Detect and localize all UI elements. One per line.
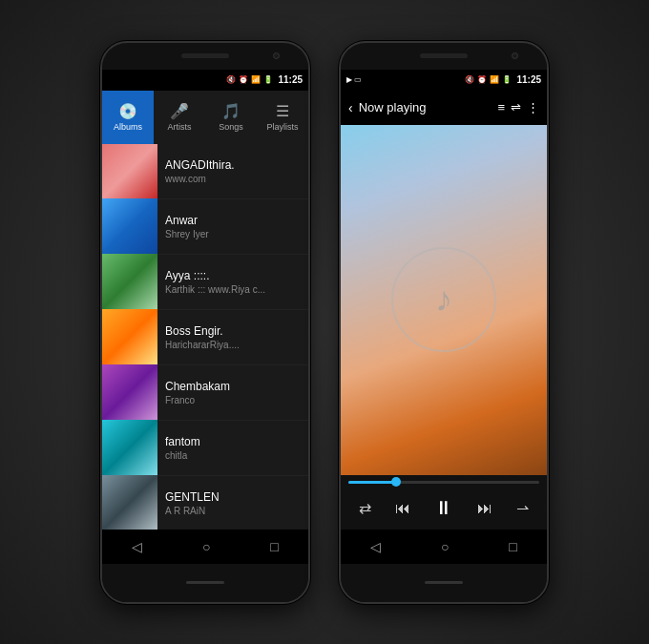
albums-icon: 💿 <box>118 102 137 120</box>
now-playing-title: Now playing <box>359 100 498 114</box>
left-phone: 🔇 ⏰ 📶 🔋 11:25 💿 Albums 🎤 Artists 🎵 Songs… <box>100 41 310 604</box>
speaker-left <box>181 53 229 58</box>
repeat-button[interactable]: ⇄ <box>359 499 371 517</box>
signal-icon: 📶 <box>251 75 261 84</box>
music-note-icon: ♪ <box>435 280 452 320</box>
shuffle-button[interactable]: ⇀ <box>516 499 529 517</box>
battery-icon: 🔋 <box>263 75 273 84</box>
album-title-5: Chembakam <box>165 380 301 393</box>
mute-icon-right: 🔇 <box>465 75 474 84</box>
battery-icon-right: 🔋 <box>502 75 512 84</box>
play-indicator-icon: ▶ ▭ <box>346 75 362 84</box>
album-thumb-7 <box>102 475 157 530</box>
right-phone: ▶ ▭ 🔇 ⏰ 📶 🔋 11:25 ‹ Now playing ≡ ⇌ ⋮ ♪ <box>339 41 549 604</box>
album-title-7: GENTLEN <box>165 490 301 504</box>
play-pause-button[interactable]: ⏸ <box>434 497 453 519</box>
album-info-6: fantom chitla <box>157 435 308 461</box>
album-subtitle-2: Shrey Iyer <box>165 229 301 239</box>
status-time-left: 11:25 <box>278 74 303 85</box>
album-list: ANGADIthira. www.com Anwar Shrey Iyer Ay… <box>102 144 308 530</box>
alarm-icon-right: ⏰ <box>477 75 487 84</box>
player-controls-area: ⇄ ⏮ ⏸ ⏭ ⇀ <box>341 475 547 530</box>
tab-songs[interactable]: 🎵 Songs <box>205 91 257 144</box>
phone-bottom-bar-left <box>102 564 308 602</box>
tab-artists[interactable]: 🎤 Artists <box>154 91 205 144</box>
nav-back-right[interactable]: ◁ <box>370 539 381 554</box>
camera-left <box>273 52 280 59</box>
album-subtitle-5: Franco <box>165 395 301 405</box>
album-subtitle-4: HarichararRiya.... <box>165 340 301 350</box>
album-thumb-4 <box>102 309 157 364</box>
album-subtitle-6: chitla <box>165 450 301 461</box>
album-info-7: GENTLEN A R RAiN <box>157 490 308 516</box>
artists-icon: 🎤 <box>170 102 189 120</box>
queue-icon[interactable]: ≡ <box>497 100 505 114</box>
album-title-4: Boss Engir. <box>165 324 301 338</box>
camera-right <box>512 52 518 59</box>
nav-recents-left[interactable]: □ <box>270 539 278 554</box>
album-title-3: Ayya ::::. <box>165 269 301 282</box>
album-info-2: Anwar Shrey Iyer <box>157 214 308 239</box>
album-item-2[interactable]: Anwar Shrey Iyer <box>102 199 308 255</box>
album-art-area: ♪ <box>341 125 547 475</box>
right-screen: ▶ ▭ 🔇 ⏰ 📶 🔋 11:25 ‹ Now playing ≡ ⇌ ⋮ ♪ <box>341 70 547 564</box>
nav-home-right[interactable]: ○ <box>441 539 449 554</box>
controls-row: ⇄ ⏮ ⏸ ⏭ ⇀ <box>341 488 547 530</box>
album-thumb-3 <box>102 254 157 309</box>
mute-icon: 🔇 <box>226 75 236 84</box>
album-info-3: Ayya ::::. Karthik ::: www.Riya c... <box>157 269 308 295</box>
album-subtitle-1: www.com <box>165 174 301 184</box>
album-item-7[interactable]: GENTLEN A R RAiN <box>102 476 308 530</box>
tab-albums[interactable]: 💿 Albums <box>102 91 154 144</box>
signal-icon-right: 📶 <box>490 75 499 84</box>
phone-top-bar-right <box>341 43 547 70</box>
progress-fill <box>348 481 396 484</box>
tab-playlists[interactable]: ☰ Playlists <box>257 91 308 144</box>
phone-top-bar-left <box>102 43 308 70</box>
album-thumb-1 <box>102 144 157 199</box>
speaker-right <box>420 53 468 58</box>
album-item-1[interactable]: ANGADIthira. www.com <box>102 144 308 199</box>
album-item-5[interactable]: Chembakam Franco <box>102 365 308 421</box>
album-title-1: ANGADIthira. <box>165 158 301 172</box>
nav-recents-right[interactable]: □ <box>509 539 516 554</box>
back-button[interactable]: ‹ <box>348 100 353 115</box>
album-thumb-6 <box>102 420 157 475</box>
album-info-5: Chembakam Franco <box>157 380 308 405</box>
nav-bar-left: ◁ ○ □ <box>102 530 308 564</box>
album-subtitle-7: A R RAiN <box>165 506 301 516</box>
album-art-circle: ♪ <box>391 247 496 352</box>
nav-bar-right: ◁ ○ □ <box>341 530 547 564</box>
album-thumb-5 <box>102 364 157 420</box>
progress-bar-container <box>341 475 547 488</box>
album-title-6: fantom <box>165 435 301 448</box>
previous-button[interactable]: ⏮ <box>395 500 410 517</box>
album-thumb-2 <box>102 198 157 254</box>
album-info-4: Boss Engir. HarichararRiya.... <box>157 324 308 350</box>
alarm-icon: ⏰ <box>239 75 248 84</box>
album-info-1: ANGADIthira. www.com <box>157 158 308 184</box>
nav-back-left[interactable]: ◁ <box>132 539 142 554</box>
phone-bottom-bar-right <box>341 564 547 602</box>
header-icons: ≡ ⇌ ⋮ <box>497 100 539 114</box>
equalizer-icon[interactable]: ⇌ <box>511 100 521 114</box>
album-item-4[interactable]: Boss Engir. HarichararRiya.... <box>102 310 308 365</box>
now-playing-header: ‹ Now playing ≡ ⇌ ⋮ <box>341 91 547 125</box>
progress-dot <box>391 477 401 487</box>
playlists-icon: ☰ <box>276 102 289 120</box>
status-bar-right: ▶ ▭ 🔇 ⏰ 📶 🔋 11:25 <box>341 70 547 91</box>
album-title-2: Anwar <box>165 214 301 227</box>
album-item-3[interactable]: Ayya ::::. Karthik ::: www.Riya c... <box>102 255 308 310</box>
album-subtitle-3: Karthik ::: www.Riya c... <box>165 284 301 295</box>
status-bar-left: 🔇 ⏰ 📶 🔋 11:25 <box>102 70 308 91</box>
status-time-right: 11:25 <box>516 74 541 85</box>
progress-track[interactable] <box>348 481 539 484</box>
album-item-6[interactable]: fantom chitla <box>102 421 308 476</box>
home-indicator-right <box>425 581 463 584</box>
next-button[interactable]: ⏭ <box>477 500 492 517</box>
more-options-icon[interactable]: ⋮ <box>527 100 539 114</box>
left-screen: 🔇 ⏰ 📶 🔋 11:25 💿 Albums 🎤 Artists 🎵 Songs… <box>102 70 308 564</box>
tabs-bar: 💿 Albums 🎤 Artists 🎵 Songs ☰ Playlists <box>102 91 308 144</box>
nav-home-left[interactable]: ○ <box>202 539 210 554</box>
home-indicator-left <box>186 581 224 584</box>
